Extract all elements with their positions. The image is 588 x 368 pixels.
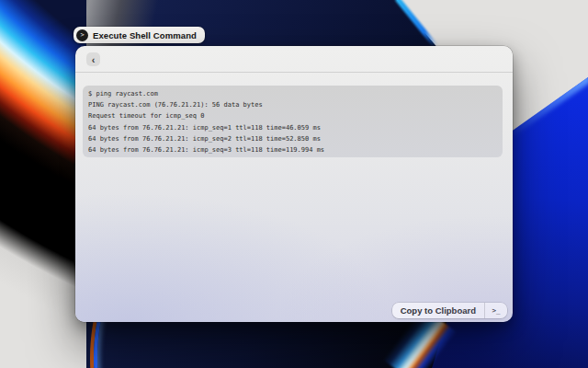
shell-command-icon: >	[76, 29, 88, 41]
back-button[interactable]: ‹	[86, 52, 100, 66]
terminal-line: Request timeout for icmp_seq 0	[88, 110, 497, 121]
copy-to-clipboard-button[interactable]: Copy to Clipboard	[392, 303, 484, 318]
terminal-output: $ ping raycast.comPING raycast.com (76.7…	[83, 86, 503, 157]
wallpaper-left-arc	[75, 322, 167, 368]
command-tooltip-label: Execute Shell Command	[93, 30, 197, 40]
footer-button-group: Copy to Clipboard >_	[392, 303, 507, 318]
window-header: ‹	[75, 46, 513, 73]
terminal-line: 64 bytes from 76.76.21.21: icmp_seq=1 tt…	[88, 122, 497, 133]
terminal-line: 64 bytes from 76.76.21.21: icmp_seq=3 tt…	[88, 144, 497, 155]
shell-command-window: ‹ $ ping raycast.comPING raycast.com (76…	[75, 46, 513, 322]
command-tooltip: > Execute Shell Command	[74, 27, 205, 43]
wallpaper-bottom-streak	[368, 322, 514, 368]
terminal-line: PING raycast.com (76.76.21.21): 56 data …	[88, 99, 497, 110]
wallpaper-rainbow-stripes	[0, 0, 86, 368]
terminal-prompt-icon[interactable]: >_	[485, 303, 507, 318]
terminal-line: 64 bytes from 76.76.21.21: icmp_seq=2 tt…	[88, 133, 497, 144]
wallpaper-wedge-glow	[503, 74, 588, 139]
terminal-line: $ ping raycast.com	[88, 88, 497, 99]
screen: > Execute Shell Command ‹ $ ping raycast…	[0, 0, 588, 368]
